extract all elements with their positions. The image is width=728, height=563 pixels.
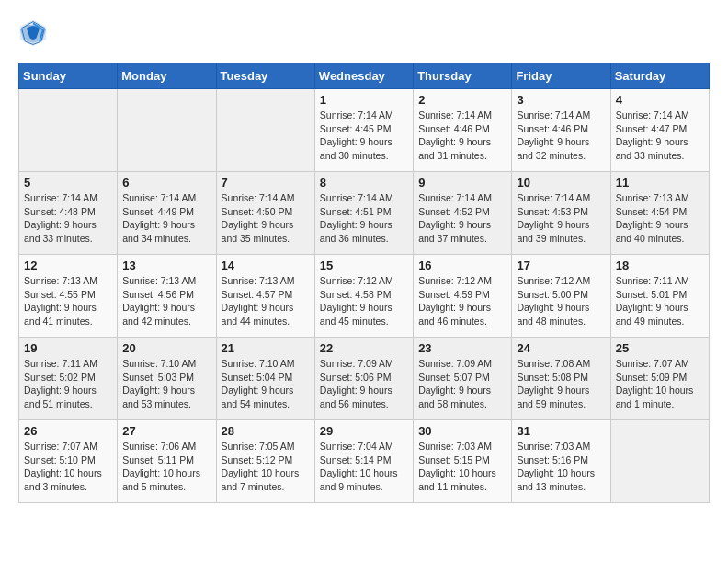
calendar-day-cell: 21Sunrise: 7:10 AM Sunset: 5:04 PM Dayli…	[216, 338, 314, 420]
day-number: 22	[320, 341, 408, 355]
day-of-week-header: Thursday	[414, 63, 512, 89]
day-number: 10	[517, 176, 605, 190]
calendar-day-cell: 8Sunrise: 7:14 AM Sunset: 4:51 PM Daylig…	[314, 172, 413, 255]
day-info: Sunrise: 7:11 AM Sunset: 5:01 PM Dayligh…	[616, 274, 704, 328]
day-info: Sunrise: 7:14 AM Sunset: 4:46 PM Dayligh…	[418, 109, 506, 163]
calendar-day-cell: 28Sunrise: 7:05 AM Sunset: 5:12 PM Dayli…	[216, 420, 314, 503]
calendar-week-row: 12Sunrise: 7:13 AM Sunset: 4:55 PM Dayli…	[19, 255, 710, 338]
calendar-day-cell: 31Sunrise: 7:03 AM Sunset: 5:16 PM Dayli…	[512, 420, 610, 503]
calendar-day-cell: 6Sunrise: 7:14 AM Sunset: 4:49 PM Daylig…	[118, 172, 216, 255]
calendar-day-cell: 30Sunrise: 7:03 AM Sunset: 5:15 PM Dayli…	[414, 420, 512, 503]
page-header	[18, 18, 710, 48]
day-number: 26	[24, 424, 112, 438]
day-of-week-header: Wednesday	[314, 63, 413, 89]
day-info: Sunrise: 7:14 AM Sunset: 4:49 PM Dayligh…	[122, 191, 210, 246]
day-info: Sunrise: 7:14 AM Sunset: 4:46 PM Dayligh…	[517, 109, 605, 163]
calendar-day-cell: 24Sunrise: 7:08 AM Sunset: 5:08 PM Dayli…	[512, 338, 610, 420]
calendar-day-cell: 11Sunrise: 7:13 AM Sunset: 4:54 PM Dayli…	[610, 172, 709, 255]
day-info: Sunrise: 7:03 AM Sunset: 5:15 PM Dayligh…	[418, 440, 506, 494]
calendar-table: SundayMondayTuesdayWednesdayThursdayFrid…	[18, 63, 710, 503]
day-info: Sunrise: 7:07 AM Sunset: 5:09 PM Dayligh…	[616, 357, 704, 411]
day-number: 19	[24, 341, 112, 355]
calendar-day-cell: 23Sunrise: 7:09 AM Sunset: 5:07 PM Dayli…	[414, 338, 512, 420]
calendar-week-row: 5Sunrise: 7:14 AM Sunset: 4:48 PM Daylig…	[19, 172, 710, 255]
calendar-day-cell: 2Sunrise: 7:14 AM Sunset: 4:46 PM Daylig…	[414, 89, 512, 172]
day-of-week-header: Friday	[512, 63, 610, 89]
calendar-day-cell: 18Sunrise: 7:11 AM Sunset: 5:01 PM Dayli…	[610, 255, 709, 338]
calendar-day-cell: 14Sunrise: 7:13 AM Sunset: 4:57 PM Dayli…	[216, 255, 314, 338]
day-info: Sunrise: 7:07 AM Sunset: 5:10 PM Dayligh…	[24, 440, 112, 494]
day-info: Sunrise: 7:04 AM Sunset: 5:14 PM Dayligh…	[320, 440, 408, 494]
day-info: Sunrise: 7:14 AM Sunset: 4:53 PM Dayligh…	[517, 191, 605, 246]
day-number: 9	[418, 176, 506, 190]
day-number: 7	[222, 176, 310, 190]
calendar-week-row: 1Sunrise: 7:14 AM Sunset: 4:45 PM Daylig…	[19, 89, 710, 172]
calendar-day-cell: 17Sunrise: 7:12 AM Sunset: 5:00 PM Dayli…	[512, 255, 610, 338]
empty-day-cell	[216, 89, 314, 172]
day-number: 24	[517, 341, 605, 355]
empty-day-cell	[19, 89, 118, 172]
calendar-day-cell: 22Sunrise: 7:09 AM Sunset: 5:06 PM Dayli…	[314, 338, 413, 420]
calendar-day-cell: 12Sunrise: 7:13 AM Sunset: 4:55 PM Dayli…	[19, 255, 118, 338]
day-number: 18	[616, 259, 704, 272]
day-number: 14	[222, 259, 310, 272]
day-number: 30	[418, 424, 506, 438]
day-info: Sunrise: 7:14 AM Sunset: 4:45 PM Dayligh…	[320, 109, 408, 163]
day-info: Sunrise: 7:12 AM Sunset: 4:58 PM Dayligh…	[320, 274, 408, 328]
day-info: Sunrise: 7:14 AM Sunset: 4:48 PM Dayligh…	[24, 191, 112, 246]
day-info: Sunrise: 7:08 AM Sunset: 5:08 PM Dayligh…	[517, 357, 605, 411]
day-number: 6	[122, 176, 210, 190]
day-number: 16	[418, 259, 506, 272]
calendar-day-cell: 20Sunrise: 7:10 AM Sunset: 5:03 PM Dayli…	[118, 338, 216, 420]
logo-icon	[18, 18, 48, 48]
day-number: 25	[616, 341, 704, 355]
day-info: Sunrise: 7:09 AM Sunset: 5:07 PM Dayligh…	[418, 357, 506, 411]
calendar-day-cell: 5Sunrise: 7:14 AM Sunset: 4:48 PM Daylig…	[19, 172, 118, 255]
day-info: Sunrise: 7:14 AM Sunset: 4:47 PM Dayligh…	[616, 109, 704, 163]
calendar-day-cell: 16Sunrise: 7:12 AM Sunset: 4:59 PM Dayli…	[414, 255, 512, 338]
empty-day-cell	[118, 89, 216, 172]
day-number: 15	[320, 259, 408, 272]
calendar-day-cell: 10Sunrise: 7:14 AM Sunset: 4:53 PM Dayli…	[512, 172, 610, 255]
day-number: 31	[517, 424, 605, 438]
calendar-day-cell: 25Sunrise: 7:07 AM Sunset: 5:09 PM Dayli…	[610, 338, 709, 420]
calendar-day-cell: 3Sunrise: 7:14 AM Sunset: 4:46 PM Daylig…	[512, 89, 610, 172]
day-info: Sunrise: 7:13 AM Sunset: 4:57 PM Dayligh…	[222, 274, 310, 328]
day-number: 21	[222, 341, 310, 355]
calendar-day-cell: 1Sunrise: 7:14 AM Sunset: 4:45 PM Daylig…	[314, 89, 413, 172]
calendar-day-cell: 19Sunrise: 7:11 AM Sunset: 5:02 PM Dayli…	[19, 338, 118, 420]
calendar-day-cell: 29Sunrise: 7:04 AM Sunset: 5:14 PM Dayli…	[314, 420, 413, 503]
day-number: 8	[320, 176, 408, 190]
day-of-week-header: Saturday	[610, 63, 709, 89]
calendar-day-cell: 27Sunrise: 7:06 AM Sunset: 5:11 PM Dayli…	[118, 420, 216, 503]
day-number: 11	[616, 176, 704, 190]
day-number: 5	[24, 176, 112, 190]
day-number: 1	[320, 93, 408, 107]
day-number: 28	[222, 424, 310, 438]
day-number: 17	[517, 259, 605, 272]
day-info: Sunrise: 7:12 AM Sunset: 5:00 PM Dayligh…	[517, 274, 605, 328]
calendar-week-row: 26Sunrise: 7:07 AM Sunset: 5:10 PM Dayli…	[19, 420, 710, 503]
day-number: 2	[418, 93, 506, 107]
day-number: 3	[517, 93, 605, 107]
day-info: Sunrise: 7:10 AM Sunset: 5:04 PM Dayligh…	[222, 357, 310, 411]
day-of-week-header: Monday	[118, 63, 216, 89]
day-info: Sunrise: 7:14 AM Sunset: 4:52 PM Dayligh…	[418, 191, 506, 246]
day-number: 20	[122, 341, 210, 355]
calendar-day-cell: 13Sunrise: 7:13 AM Sunset: 4:56 PM Dayli…	[118, 255, 216, 338]
day-number: 4	[616, 93, 704, 107]
day-of-week-header: Sunday	[19, 63, 118, 89]
day-info: Sunrise: 7:14 AM Sunset: 4:51 PM Dayligh…	[320, 191, 408, 246]
day-info: Sunrise: 7:05 AM Sunset: 5:12 PM Dayligh…	[222, 440, 310, 494]
day-info: Sunrise: 7:09 AM Sunset: 5:06 PM Dayligh…	[320, 357, 408, 411]
calendar-week-row: 19Sunrise: 7:11 AM Sunset: 5:02 PM Dayli…	[19, 338, 710, 420]
day-info: Sunrise: 7:12 AM Sunset: 4:59 PM Dayligh…	[418, 274, 506, 328]
day-info: Sunrise: 7:03 AM Sunset: 5:16 PM Dayligh…	[517, 440, 605, 494]
empty-day-cell	[610, 420, 709, 503]
day-number: 29	[320, 424, 408, 438]
day-number: 13	[122, 259, 210, 272]
calendar-header-row: SundayMondayTuesdayWednesdayThursdayFrid…	[19, 63, 710, 89]
day-info: Sunrise: 7:13 AM Sunset: 4:54 PM Dayligh…	[616, 191, 704, 246]
calendar-day-cell: 4Sunrise: 7:14 AM Sunset: 4:47 PM Daylig…	[610, 89, 709, 172]
day-info: Sunrise: 7:06 AM Sunset: 5:11 PM Dayligh…	[122, 440, 210, 494]
